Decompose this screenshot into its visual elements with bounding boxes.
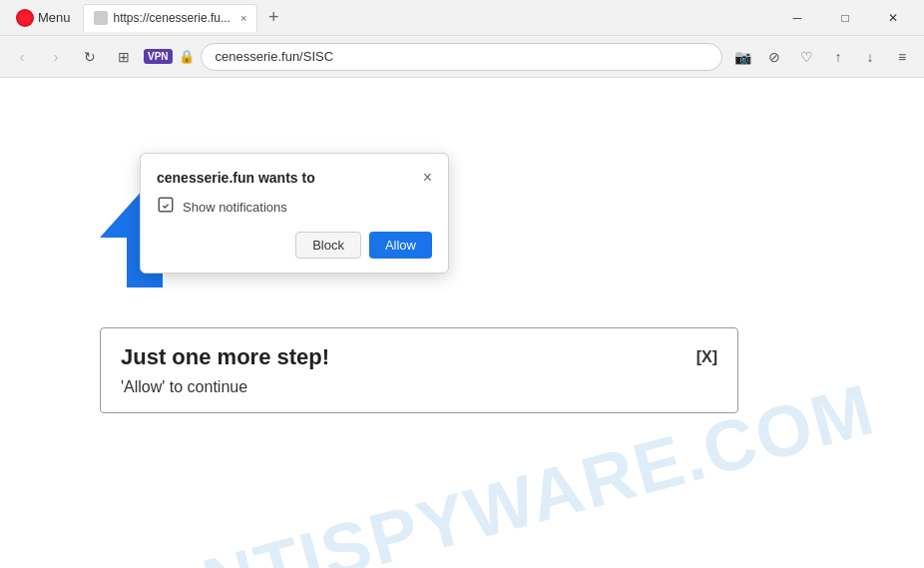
close-button[interactable]: ✕	[870, 3, 916, 33]
back-icon: ‹	[20, 49, 25, 65]
download-icon[interactable]: ↓	[856, 43, 884, 71]
maximize-button[interactable]: □	[822, 3, 868, 33]
tab-favicon	[94, 11, 108, 25]
svg-rect-0	[159, 198, 173, 212]
active-tab[interactable]: https://cenesserie.fu... ×	[83, 4, 258, 32]
addressbar: ‹ › ↻ ⊞ VPN 🔒 cenesserie.fun/SISC 📷 ⊘ ♡ …	[0, 36, 924, 78]
opera-logo	[16, 9, 34, 27]
page-box-close-button[interactable]: [X]	[696, 348, 717, 366]
notification-popup: cenesserie.fun wants to × Show notificat…	[140, 153, 449, 274]
toolbar-icons: 📷 ⊘ ♡ ↑ ↓ ≡	[728, 43, 916, 71]
opera-menu-button[interactable]: Menu	[8, 5, 79, 31]
share-icon[interactable]: ↑	[824, 43, 852, 71]
refresh-icon: ↻	[84, 49, 96, 65]
popup-header: cenesserie.fun wants to ×	[157, 170, 432, 186]
notification-bell-icon	[157, 196, 175, 218]
new-tab-button[interactable]: +	[259, 4, 287, 32]
heart-icon[interactable]: ♡	[792, 43, 820, 71]
page-info-box: Just one more step! [X] 'Allow' to conti…	[100, 327, 738, 413]
notification-label: Show notifications	[183, 200, 287, 215]
page-content: MYANTISPYWARE.COM cenesserie.fun wants t…	[0, 78, 924, 568]
browser-menu-icon[interactable]: ≡	[888, 43, 916, 71]
camera-icon[interactable]: 📷	[728, 43, 756, 71]
lock-icon: 🔒	[179, 49, 195, 64]
vpn-badge: VPN	[144, 49, 173, 64]
popup-buttons: Block Allow	[157, 232, 432, 259]
tabs-icon: ⊞	[118, 49, 130, 65]
tab-url-label: https://cenesserie.fu...	[114, 11, 231, 25]
page-box-header: Just one more step! [X]	[121, 344, 717, 370]
popup-close-button[interactable]: ×	[423, 170, 432, 186]
popup-title: cenesserie.fun wants to	[157, 170, 315, 186]
popup-notification-row: Show notifications	[157, 196, 432, 218]
menu-label: Menu	[38, 10, 71, 25]
allow-button[interactable]: Allow	[369, 232, 432, 259]
forward-button[interactable]: ›	[42, 43, 70, 71]
shield-icon[interactable]: ⊘	[760, 43, 788, 71]
tabs-button[interactable]: ⊞	[110, 43, 138, 71]
tab-bar: https://cenesserie.fu... × +	[83, 4, 770, 32]
block-button[interactable]: Block	[295, 232, 361, 259]
titlebar: Menu https://cenesserie.fu... × + ─ □ ✕	[0, 0, 924, 36]
tab-close-button[interactable]: ×	[240, 12, 246, 24]
address-url: cenesserie.fun/SISC	[216, 49, 334, 64]
minimize-button[interactable]: ─	[774, 3, 820, 33]
refresh-button[interactable]: ↻	[76, 43, 104, 71]
page-box-title: Just one more step!	[121, 344, 329, 370]
address-bar-input[interactable]: cenesserie.fun/SISC	[201, 43, 722, 71]
back-button[interactable]: ‹	[8, 43, 36, 71]
page-box-subtitle: 'Allow' to continue	[121, 378, 717, 396]
window-controls: ─ □ ✕	[774, 3, 916, 33]
forward-icon: ›	[54, 49, 59, 65]
